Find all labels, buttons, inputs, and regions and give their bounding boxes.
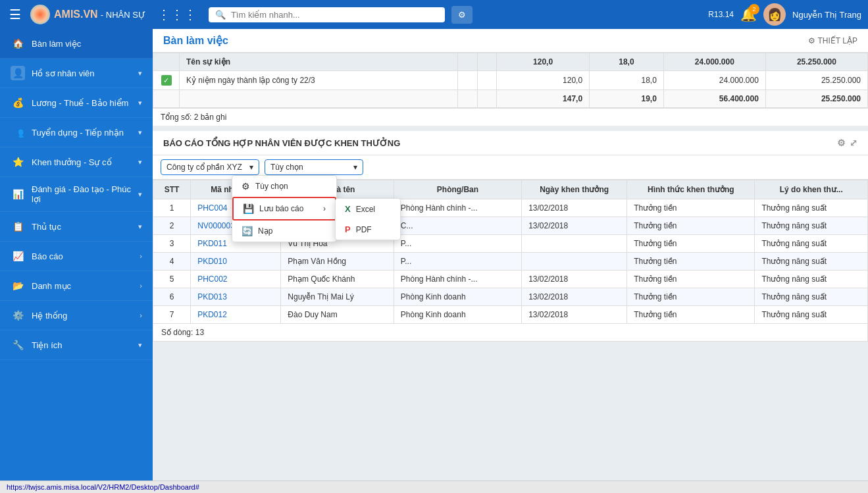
logo-subtitle: - NHÂN SỰ xyxy=(101,10,145,20)
th-ly-do: Lý do khen thư... xyxy=(755,180,868,199)
chevron-down-icon-tuyen-dung: ▾ xyxy=(138,128,142,137)
context-menu: ⚙ Tùy chọn 💾 Lưu báo cáo › X Excel xyxy=(232,175,337,242)
company-select[interactable]: Công ty cổ phần XYZ ▾ xyxy=(161,159,259,175)
col-v3: 24.000.000 xyxy=(663,53,765,71)
row-ten: Kỷ niệm ngày thành lập công ty 22/3 xyxy=(180,71,458,90)
bottom-panel: BÁO CÁO TỔNG HỢP NHÂN VIÊN ĐƯỢC KHEN THƯ… xyxy=(153,131,868,342)
logo: AMIS.VN - NHÂN SỰ xyxy=(30,5,145,24)
bottom-summary-row: Số dòng: 13 xyxy=(153,324,868,342)
table-row: 5PHC002Phạm Quốc KhánhPhòng Hành chính -… xyxy=(153,271,868,288)
chevron-down-icon-danh-gia: ▾ xyxy=(138,190,142,199)
menu-label-nap: Nạp xyxy=(258,226,272,236)
search-icon: 🔍 xyxy=(215,10,226,20)
tuy-chon-icon: ⚙ xyxy=(242,181,250,192)
setup-button[interactable]: ⚙ THIẾT LẬP xyxy=(808,36,857,45)
bottom-panel-title: BÁO CÁO TỔNG HỢP NHÂN VIÊN ĐƯỢC KHEN THƯ… xyxy=(163,138,400,148)
luu-bao-cao-icon: 💾 xyxy=(243,203,254,214)
hamburger-menu[interactable]: ☰ xyxy=(7,4,24,25)
row-cell-3-3: P... xyxy=(394,253,521,271)
submenu-item-pdf[interactable]: P PDF xyxy=(336,219,400,240)
luong-icon: 💰 xyxy=(11,95,25,110)
sidebar-item-bao-cao[interactable]: 📈 Báo cáo › xyxy=(0,242,153,271)
sidebar-item-ban-lam-viec[interactable]: 🏠 Bàn làm việc xyxy=(0,29,153,59)
khen-thuong-icon: ⭐ xyxy=(11,155,25,169)
row-v2: 18,0 xyxy=(590,71,664,90)
bottom-panel-toolbar: Công ty cổ phần XYZ ▾ Tùy chọn ▾ ⚙ Tùy c… xyxy=(153,155,868,180)
search-input[interactable] xyxy=(231,10,438,20)
row-cell-5-4: 13/02/2018 xyxy=(522,288,627,306)
row-c2 xyxy=(477,71,497,90)
sidebar-item-tien-ich[interactable]: 🔧 Tiện ích ▾ xyxy=(0,330,153,360)
avatar[interactable]: 👩 xyxy=(763,3,786,26)
main-layout: 🏠 Bàn làm việc 👤 Hồ sơ nhân viên ▾ 💰 Lươ… xyxy=(0,29,868,493)
username-label[interactable]: Nguyễn Thị Trang xyxy=(792,10,861,20)
total-label xyxy=(180,90,458,108)
row-cell-0-4: 13/02/2018 xyxy=(522,199,627,217)
sidebar-item-he-thong[interactable]: ⚙️ Hệ thống › xyxy=(0,301,153,330)
expand-icon[interactable]: ⤢ xyxy=(850,138,857,148)
notification-badge: 2 xyxy=(749,4,759,14)
total-check xyxy=(153,90,180,108)
chevron-right-icon-bao-cao: › xyxy=(140,252,142,260)
checkbox-checked[interactable]: ✓ xyxy=(161,75,172,86)
sidebar-item-danh-muc[interactable]: 📂 Danh mục › xyxy=(0,271,153,301)
row-cell-1-0: 2 xyxy=(153,217,191,235)
row-cell-2-6: Thưởng năng suất xyxy=(755,235,868,253)
row-cell-1-5: Thưởng tiền xyxy=(627,217,755,235)
sidebar-label-luong: Lương - Thuế - Bảo hiểm xyxy=(32,98,132,108)
submenu-item-excel[interactable]: X Excel xyxy=(336,199,400,219)
logo-icon xyxy=(30,5,50,24)
bottom-summary-text: Số dòng: 13 xyxy=(153,324,868,342)
sidebar: 🏠 Bàn làm việc 👤 Hồ sơ nhân viên ▾ 💰 Lươ… xyxy=(0,29,153,493)
status-bar: https://twjsc.amis.misa.local/V2/HRM2/De… xyxy=(0,480,868,493)
sidebar-label-ban-lam-viec: Bàn làm việc xyxy=(32,39,142,49)
row-cell-3-1[interactable]: PKD010 xyxy=(191,253,281,271)
row-cell-4-0: 5 xyxy=(153,271,191,288)
row-cell-6-6: Thưởng năng suất xyxy=(755,306,868,324)
apps-grid-icon[interactable]: ⋮⋮⋮ xyxy=(152,4,202,25)
sidebar-item-tuyen-dung[interactable]: 👥 Tuyển dụng - Tiếp nhận ▾ xyxy=(0,118,153,147)
row-cell-4-2: Phạm Quốc Khánh xyxy=(281,271,394,288)
chevron-company: ▾ xyxy=(249,163,253,172)
menu-label-tuy-chon: Tùy chọn xyxy=(255,182,288,191)
settings-button[interactable]: ⚙ xyxy=(451,6,472,24)
row-c1 xyxy=(457,71,477,90)
row-cell-5-1[interactable]: PKD013 xyxy=(191,288,281,306)
notification-button[interactable]: 🔔 2 xyxy=(740,7,757,22)
total-c1 xyxy=(457,90,477,108)
gear-panel-icon[interactable]: ⚙ xyxy=(837,138,846,148)
excel-icon: X xyxy=(345,204,351,214)
table-row: 6PKD013Nguyễn Thị Mai LýPhòng Kinh doanh… xyxy=(153,288,868,306)
submenu-arrow: › xyxy=(323,204,326,213)
option-select[interactable]: Tùy chọn ▾ xyxy=(265,159,363,175)
col-v4: 25.250.000 xyxy=(765,53,867,71)
col-check xyxy=(153,53,180,71)
row-cell-6-1[interactable]: PKD012 xyxy=(191,306,281,324)
top-navigation: ☰ AMIS.VN - NHÂN SỰ ⋮⋮⋮ 🔍 ⚙ R13.14 🔔 2 👩… xyxy=(0,0,868,29)
submenu-label-pdf: PDF xyxy=(356,225,372,234)
chevron-down-icon-tien-ich: ▾ xyxy=(138,341,142,350)
menu-item-luu-bao-cao[interactable]: 💾 Lưu báo cáo › X Excel P xyxy=(232,197,336,221)
thu-tuc-icon: 📋 xyxy=(11,219,25,234)
sidebar-item-luong[interactable]: 💰 Lương - Thuế - Bảo hiểm ▾ xyxy=(0,88,153,118)
menu-item-nap[interactable]: 🔄 Nạp xyxy=(232,221,336,242)
chevron-right-icon-danh-muc: › xyxy=(140,282,142,290)
sidebar-item-khen-thuong[interactable]: ⭐ Khen thưởng - Sự cố ▾ xyxy=(0,147,153,177)
panels-container: Tên sự kiện 120,0 18,0 24.000.000 25.250… xyxy=(153,53,868,493)
sidebar-item-ho-so-nhan-vien[interactable]: 👤 Hồ sơ nhân viên ▾ xyxy=(0,59,153,88)
sidebar-label-danh-muc: Danh mục xyxy=(32,281,133,291)
row-cell-4-1[interactable]: PHC002 xyxy=(191,271,281,288)
row-cell-6-3: Phòng Kinh doanh xyxy=(394,306,521,324)
sidebar-item-thu-tuc[interactable]: 📋 Thủ tục ▾ xyxy=(0,212,153,242)
row-cell-1-4: 13/02/2018 xyxy=(522,217,627,235)
he-thong-icon: ⚙️ xyxy=(11,308,25,323)
sidebar-item-danh-gia[interactable]: 📊 Đánh giá - Đào tạo - Phúc lợi ▾ xyxy=(0,177,153,212)
search-bar: 🔍 xyxy=(209,7,445,22)
menu-item-tuy-chon[interactable]: ⚙ Tùy chọn xyxy=(232,176,336,197)
row-v1: 120,0 xyxy=(497,71,590,90)
col-v1: 120,0 xyxy=(497,53,590,71)
sidebar-label-danh-gia: Đánh giá - Đào tạo - Phúc lợi xyxy=(32,184,132,204)
th-stt: STT xyxy=(153,180,191,199)
th-phong: Phòng/Ban xyxy=(394,180,521,199)
option-label: Tùy chọn xyxy=(270,163,303,172)
